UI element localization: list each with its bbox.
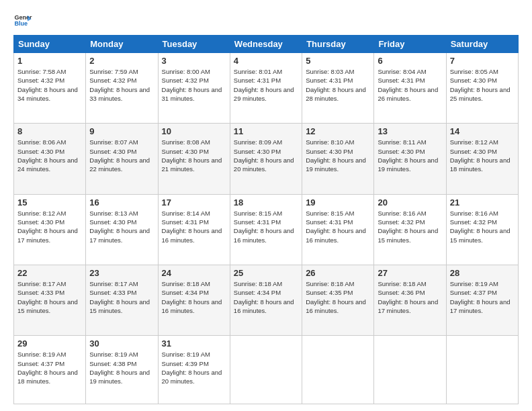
day-header-friday: Friday: [374, 36, 446, 53]
header: General Blue: [13, 11, 519, 30]
day-header-monday: Monday: [86, 36, 158, 53]
day-number: 13: [378, 126, 442, 136]
day-number: 7: [450, 56, 515, 66]
day-info: Sunrise: 8:09 AMSunset: 4:30 PMDaylight:…: [234, 138, 298, 173]
day-cell-10: 10 Sunrise: 8:08 AMSunset: 4:30 PMDaylig…: [158, 124, 230, 194]
day-number: 5: [306, 56, 370, 66]
day-number: 9: [89, 126, 154, 136]
day-info: Sunrise: 8:12 AMSunset: 4:30 PMDaylight:…: [17, 209, 82, 244]
day-cell-14: 14 Sunrise: 8:12 AMSunset: 4:30 PMDaylig…: [446, 124, 518, 194]
day-cell-7: 7 Sunrise: 8:05 AMSunset: 4:30 PMDayligh…: [446, 53, 518, 124]
day-number: 3: [162, 56, 226, 66]
day-cell-2: 2 Sunrise: 7:59 AMSunset: 4:32 PMDayligh…: [86, 53, 158, 124]
day-info: Sunrise: 8:13 AMSunset: 4:30 PMDaylight:…: [89, 209, 154, 244]
day-info: Sunrise: 8:16 AMSunset: 4:32 PMDaylight:…: [378, 209, 442, 244]
day-number: 11: [234, 126, 298, 136]
day-number: 25: [234, 268, 298, 278]
day-info: Sunrise: 8:10 AMSunset: 4:30 PMDaylight:…: [306, 138, 370, 173]
day-header-thursday: Thursday: [302, 36, 374, 53]
day-info: Sunrise: 8:08 AMSunset: 4:30 PMDaylight:…: [162, 138, 226, 173]
empty-cell: [446, 336, 518, 404]
day-cell-5: 5 Sunrise: 8:03 AMSunset: 4:31 PMDayligh…: [302, 53, 374, 124]
day-number: 10: [162, 126, 226, 136]
day-cell-16: 16 Sunrise: 8:13 AMSunset: 4:30 PMDaylig…: [86, 194, 158, 265]
empty-cell: [230, 336, 302, 404]
day-cell-13: 13 Sunrise: 8:11 AMSunset: 4:30 PMDaylig…: [374, 124, 446, 194]
day-number: 31: [162, 338, 226, 349]
day-info: Sunrise: 7:58 AMSunset: 4:32 PMDaylight:…: [17, 67, 82, 103]
day-header-sunday: Sunday: [14, 36, 86, 53]
day-number: 23: [89, 268, 154, 278]
day-info: Sunrise: 8:05 AMSunset: 4:30 PMDaylight:…: [450, 67, 515, 103]
day-info: Sunrise: 8:19 AMSunset: 4:37 PMDaylight:…: [450, 279, 515, 315]
day-cell-22: 22 Sunrise: 8:17 AMSunset: 4:33 PMDaylig…: [14, 265, 86, 335]
day-info: Sunrise: 8:15 AMSunset: 4:31 PMDaylight:…: [306, 209, 370, 244]
logo: General Blue: [13, 11, 35, 30]
day-header-saturday: Saturday: [446, 36, 518, 53]
day-number: 26: [306, 268, 370, 278]
day-info: Sunrise: 8:17 AMSunset: 4:33 PMDaylight:…: [17, 279, 82, 315]
day-info: Sunrise: 7:59 AMSunset: 4:32 PMDaylight:…: [89, 67, 154, 103]
day-info: Sunrise: 8:12 AMSunset: 4:30 PMDaylight:…: [450, 138, 515, 173]
day-number: 19: [306, 197, 370, 208]
day-number: 15: [17, 197, 82, 208]
day-info: Sunrise: 8:16 AMSunset: 4:32 PMDaylight:…: [450, 209, 515, 244]
day-cell-30: 30 Sunrise: 8:19 AMSunset: 4:38 PMDaylig…: [86, 336, 158, 404]
day-number: 24: [162, 268, 226, 278]
day-number: 14: [450, 126, 515, 136]
day-cell-31: 31 Sunrise: 8:19 AMSunset: 4:39 PMDaylig…: [158, 336, 230, 404]
day-info: Sunrise: 8:01 AMSunset: 4:31 PMDaylight:…: [234, 67, 298, 103]
day-info: Sunrise: 8:04 AMSunset: 4:31 PMDaylight:…: [378, 67, 442, 103]
day-cell-23: 23 Sunrise: 8:17 AMSunset: 4:33 PMDaylig…: [86, 265, 158, 335]
logo-icon: General Blue: [13, 11, 32, 30]
calendar-table: SundayMondayTuesdayWednesdayThursdayFrid…: [13, 35, 519, 404]
day-header-wednesday: Wednesday: [230, 36, 302, 53]
day-cell-19: 19 Sunrise: 8:15 AMSunset: 4:31 PMDaylig…: [302, 194, 374, 265]
day-info: Sunrise: 8:07 AMSunset: 4:30 PMDaylight:…: [89, 138, 154, 173]
day-number: 8: [17, 126, 82, 136]
day-info: Sunrise: 8:19 AMSunset: 4:38 PMDaylight:…: [89, 350, 154, 385]
page: General Blue SundayMondayTuesdayWednesda…: [0, 0, 532, 411]
day-info: Sunrise: 8:18 AMSunset: 4:34 PMDaylight:…: [162, 279, 226, 315]
day-number: 30: [89, 338, 154, 349]
day-number: 1: [17, 56, 82, 66]
empty-cell: [302, 336, 374, 404]
day-number: 22: [17, 268, 82, 278]
day-cell-26: 26 Sunrise: 8:18 AMSunset: 4:35 PMDaylig…: [302, 265, 374, 335]
day-info: Sunrise: 8:18 AMSunset: 4:35 PMDaylight:…: [306, 279, 370, 315]
day-cell-29: 29 Sunrise: 8:19 AMSunset: 4:37 PMDaylig…: [14, 336, 86, 404]
day-info: Sunrise: 8:03 AMSunset: 4:31 PMDaylight:…: [306, 67, 370, 103]
day-info: Sunrise: 8:14 AMSunset: 4:31 PMDaylight:…: [162, 209, 226, 244]
day-cell-24: 24 Sunrise: 8:18 AMSunset: 4:34 PMDaylig…: [158, 265, 230, 335]
day-cell-18: 18 Sunrise: 8:15 AMSunset: 4:31 PMDaylig…: [230, 194, 302, 265]
day-cell-25: 25 Sunrise: 8:18 AMSunset: 4:34 PMDaylig…: [230, 265, 302, 335]
day-number: 29: [17, 338, 82, 349]
day-info: Sunrise: 8:18 AMSunset: 4:36 PMDaylight:…: [378, 279, 442, 315]
day-cell-8: 8 Sunrise: 8:06 AMSunset: 4:30 PMDayligh…: [14, 124, 86, 194]
day-cell-4: 4 Sunrise: 8:01 AMSunset: 4:31 PMDayligh…: [230, 53, 302, 124]
day-cell-21: 21 Sunrise: 8:16 AMSunset: 4:32 PMDaylig…: [446, 194, 518, 265]
day-cell-6: 6 Sunrise: 8:04 AMSunset: 4:31 PMDayligh…: [374, 53, 446, 124]
day-info: Sunrise: 8:19 AMSunset: 4:39 PMDaylight:…: [162, 350, 226, 385]
day-info: Sunrise: 8:18 AMSunset: 4:34 PMDaylight:…: [234, 279, 298, 315]
day-cell-15: 15 Sunrise: 8:12 AMSunset: 4:30 PMDaylig…: [14, 194, 86, 265]
day-number: 17: [162, 197, 226, 208]
day-number: 27: [378, 268, 442, 278]
day-info: Sunrise: 8:06 AMSunset: 4:30 PMDaylight:…: [17, 138, 82, 173]
day-cell-9: 9 Sunrise: 8:07 AMSunset: 4:30 PMDayligh…: [86, 124, 158, 194]
day-cell-27: 27 Sunrise: 8:18 AMSunset: 4:36 PMDaylig…: [374, 265, 446, 335]
day-cell-3: 3 Sunrise: 8:00 AMSunset: 4:32 PMDayligh…: [158, 53, 230, 124]
day-cell-17: 17 Sunrise: 8:14 AMSunset: 4:31 PMDaylig…: [158, 194, 230, 265]
day-number: 2: [89, 56, 154, 66]
svg-text:Blue: Blue: [14, 20, 28, 27]
day-cell-1: 1 Sunrise: 7:58 AMSunset: 4:32 PMDayligh…: [14, 53, 86, 124]
day-info: Sunrise: 8:15 AMSunset: 4:31 PMDaylight:…: [234, 209, 298, 244]
day-number: 20: [378, 197, 442, 208]
day-number: 16: [89, 197, 154, 208]
day-number: 28: [450, 268, 515, 278]
day-info: Sunrise: 8:11 AMSunset: 4:30 PMDaylight:…: [378, 138, 442, 173]
day-cell-20: 20 Sunrise: 8:16 AMSunset: 4:32 PMDaylig…: [374, 194, 446, 265]
day-info: Sunrise: 8:00 AMSunset: 4:32 PMDaylight:…: [162, 67, 226, 103]
day-number: 18: [234, 197, 298, 208]
empty-cell: [374, 336, 446, 404]
